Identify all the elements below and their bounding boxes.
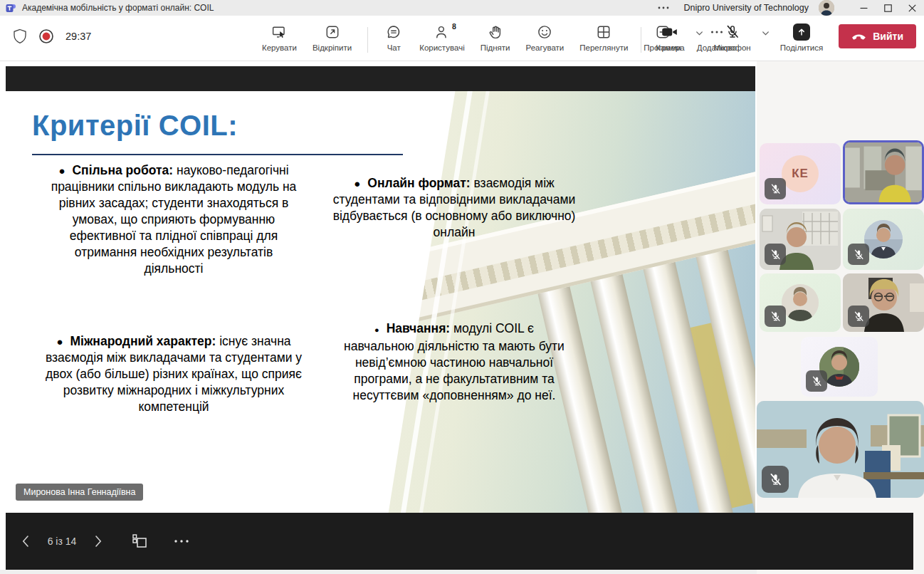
camera-button[interactable]: Камера [650,21,690,55]
unpin-button[interactable]: Відкріпити [307,21,357,55]
participant-tile-avatar[interactable] [801,337,878,397]
participant-tile-video-active[interactable] [843,140,924,204]
microphone-options-chevron[interactable] [760,27,772,39]
maximize-button[interactable] [876,0,900,16]
bullet-marker: ● [354,177,360,189]
presentation-more-button[interactable] [169,535,194,548]
participant-tile-initials[interactable]: КЕ [760,143,841,204]
participant-tile-avatar[interactable] [843,209,924,270]
shared-presentation-slide: Критерії COIL: ●Спільна робота: науково-… [6,91,755,513]
window-titlebar: Академічна мобільність у форматі онлайн:… [0,0,924,16]
participants-button[interactable]: 8 Користувачі [414,21,470,55]
slide-grid-button[interactable] [127,528,152,554]
leave-label: Вийти [873,31,903,42]
mic-muted-icon [848,306,869,327]
slide-illustration [376,91,755,513]
participant-tile-avatar[interactable] [760,273,841,332]
participant-tile-video[interactable] [843,273,924,332]
slide-bullet-3: ●Онлайн формат: взаємодія між студентами… [332,175,577,241]
teams-app-icon [6,3,16,14]
toolbar-divider [641,27,641,53]
participants-count: 8 [452,22,456,31]
meeting-toolbar: 29:37 Керувати Відкріпити Чат 8 [0,16,924,61]
grid-view-icon [596,24,611,40]
bullet-marker: ● [58,165,65,177]
account-avatar[interactable] [819,0,834,16]
mic-muted-icon [806,370,827,392]
participant-video [845,142,922,202]
slide-bullet-1: ●Спільна робота: науково-педагогічні пра… [44,162,303,277]
account-name: Dnipro University of Technology [683,3,809,13]
slide-title: Критерії COIL: [32,110,238,142]
bullet-marker: ● [56,335,63,348]
stage-letterbox-top [6,66,755,91]
titlebar-more-button[interactable] [653,6,673,9]
next-slide-button[interactable] [88,530,108,553]
title-underline [32,154,403,155]
meeting-timer: 29:37 [65,31,91,42]
previous-slide-button[interactable] [16,530,36,553]
slide-page-indicator: 6 із 14 [46,536,78,547]
unpin-icon [325,24,340,40]
camera-options-chevron[interactable] [693,27,705,39]
participants-panel: КЕ [757,61,924,574]
presentation-control-bar: 6 із 14 [6,513,913,570]
mic-muted-icon [765,306,786,327]
shield-icon [13,28,27,44]
raise-hand-button[interactable]: Підняти [475,21,516,55]
camera-icon [661,24,678,40]
slide-bullet-4: ●Навчання: модулі COIL є навчальною діял… [339,320,569,404]
view-button[interactable]: Переглянути [574,21,634,55]
participant-tile-video-large[interactable] [757,401,924,498]
manage-button[interactable]: Керувати [256,21,303,55]
share-icon [793,24,810,41]
people-icon: 8 [434,24,450,40]
microphone-button[interactable]: Мікрофон [708,21,757,55]
smiley-icon [537,24,552,40]
chat-button[interactable]: Чат [378,21,409,55]
participant-initials: КЕ [792,167,809,181]
mic-muted-icon [725,24,740,40]
raise-hand-icon [488,24,503,40]
slide-bullet-2: ●Міжнародний характер: існує значна взає… [44,333,303,415]
screen-control-icon [271,24,287,40]
mic-muted-icon [848,244,869,265]
recording-indicator-icon [38,28,54,44]
hangup-icon [851,33,866,40]
participant-tile-video[interactable] [760,209,841,270]
mic-muted-icon [765,244,786,265]
close-button[interactable] [900,0,924,16]
minimize-button[interactable] [851,0,876,16]
window-title: Академічна мобільність у форматі онлайн:… [22,3,214,13]
chat-icon [386,24,401,40]
leave-button[interactable]: Вийти [839,24,916,48]
bullet-marker: ● [374,325,379,334]
mic-muted-icon [765,178,786,199]
toolbar-divider [367,27,368,53]
share-button[interactable]: Поділитися [775,21,829,55]
react-button[interactable]: Реагувати [520,21,570,55]
mic-muted-icon [762,466,789,493]
presenter-name-label: Миронова Інна Геннадіївна [16,484,143,501]
